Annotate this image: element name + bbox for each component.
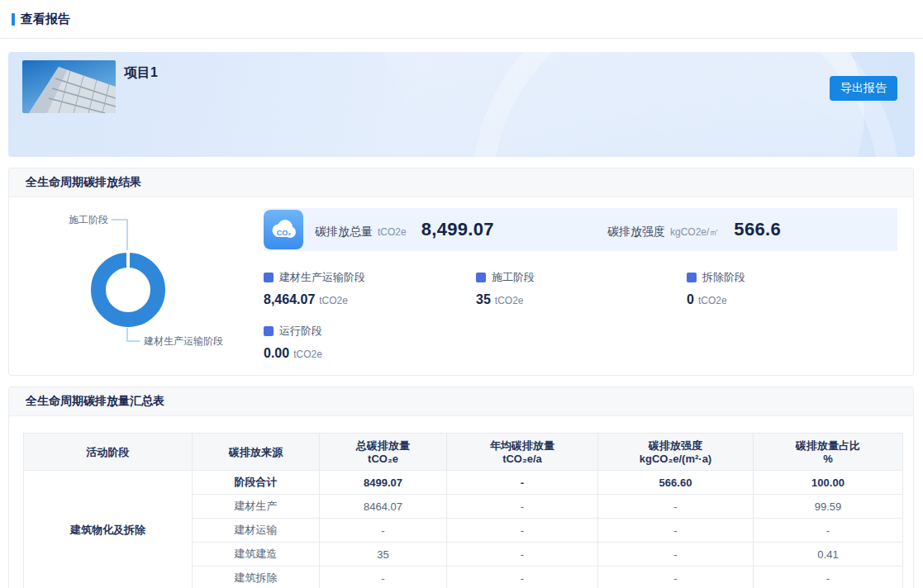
column-header: 碳排放来源 <box>193 434 320 471</box>
column-header: 碳排放强度kgCO₂e/(m²·a) <box>598 434 754 471</box>
source-cell: 建筑拆除 <box>193 567 320 588</box>
project-name: 项目1 <box>124 64 158 82</box>
stat-label: 碳排放总量 <box>315 225 373 239</box>
intensity-cell: - <box>598 519 754 543</box>
column-header: 活动阶段 <box>24 434 193 471</box>
legend-label: 建材生产运输阶段 <box>279 270 365 285</box>
ratio-cell: 99.59 <box>754 495 903 519</box>
intensity-cell: - <box>598 495 754 519</box>
legend-marker-icon <box>476 273 486 282</box>
legend-label: 运行阶段 <box>279 324 322 339</box>
ratio-cell: - <box>754 519 903 543</box>
callout-label-materials: 建材生产运输阶段 <box>143 335 223 347</box>
stat-value: 566.6 <box>734 219 781 240</box>
svg-text:CO₂: CO₂ <box>277 229 292 237</box>
summary-table-card: 全生命周期碳排放量汇总表 活动阶段碳排放来源总碳排放量tCO₂e年均碳排放量tC… <box>8 386 914 588</box>
legend-value: 0 <box>687 292 694 306</box>
source-cell: 建筑建造 <box>193 543 320 567</box>
summary-table-body: 建筑物化及拆除阶段合计8499.07-566.60100.00建材生产8464.… <box>24 471 903 588</box>
legend-marker-icon <box>264 326 274 336</box>
intensity-cell: - <box>598 567 754 588</box>
project-card: 项目1 导出报告 建设地点: 总建筑面积:300㎡ 使用年限:50年 <box>8 52 915 157</box>
callout-label-construction: 施工阶段 <box>69 214 108 225</box>
co2-cloud-icon: CO₂ <box>264 210 303 249</box>
table-row: 建筑物化及拆除阶段合计8499.07-566.60100.00 <box>24 471 903 495</box>
annual-cell: - <box>447 567 598 588</box>
ratio-cell: 0.41 <box>754 543 903 567</box>
annual-cell: - <box>447 543 598 567</box>
section-title: 全生命周期碳排放量汇总表 <box>9 387 913 416</box>
legend-item: 拆除阶段0tCO2e <box>687 270 902 307</box>
project-thumbnail <box>22 60 116 113</box>
source-cell: 建材运输 <box>193 519 320 543</box>
page-title: 查看报告 <box>21 12 70 27</box>
lifecycle-result-card: 全生命周期碳排放结果 施工阶段 建材生产运输阶段 <box>8 168 914 376</box>
column-header: 总碳排放量tCO₂e <box>320 434 447 471</box>
ratio-cell: 100.00 <box>754 471 903 495</box>
legend-item: 运行阶段0.00tCO2e <box>264 324 476 361</box>
intensity-cell: - <box>598 543 754 567</box>
annual-cell: - <box>447 519 598 543</box>
total-cell: - <box>320 519 447 543</box>
callout-line <box>127 328 140 341</box>
total-emission-stat: 碳排放总量 tCO2e 8,499.07 <box>315 219 494 240</box>
column-header: 年均碳排放量tCO₂e/a <box>447 434 598 471</box>
legend-item: 建材生产运输阶段8,464.07tCO2e <box>264 270 476 307</box>
legend-label: 施工阶段 <box>492 270 535 285</box>
legend-item: 施工阶段35tCO2e <box>476 270 687 307</box>
summary-table: 活动阶段碳排放来源总碳排放量tCO₂e年均碳排放量tCO₂e/a碳排放强度kgC… <box>23 433 903 588</box>
legend-marker-icon <box>264 273 274 282</box>
legend-marker-icon <box>687 273 697 282</box>
legend-unit: tCO2e <box>293 349 322 360</box>
legend-value: 35 <box>476 292 491 306</box>
total-cell: 8499.07 <box>320 471 447 495</box>
page-header: 查看报告 <box>0 0 923 39</box>
stat-label: 碳排放强度 <box>607 225 665 239</box>
legend-label: 拆除阶段 <box>702 270 745 285</box>
section-title: 全生命周期碳排放结果 <box>9 168 913 197</box>
source-cell: 阶段合计 <box>193 471 320 495</box>
annual-cell: - <box>447 495 598 519</box>
activity-stage-cell: 建筑物化及拆除 <box>24 471 193 588</box>
intensity-cell: 566.60 <box>598 471 754 495</box>
source-cell: 建材生产 <box>193 495 320 519</box>
legend-value: 8,464.07 <box>264 292 315 306</box>
donut-chart: 施工阶段 建材生产运输阶段 <box>9 197 257 376</box>
ratio-cell: - <box>754 567 903 588</box>
export-report-button[interactable]: 导出报告 <box>830 76 897 101</box>
total-cell: 8464.07 <box>320 495 447 519</box>
legend-unit: tCO2e <box>698 295 727 306</box>
callout-line <box>112 220 127 250</box>
legend-value: 0.00 <box>264 346 289 360</box>
legend-grid: 建材生产运输阶段8,464.07tCO2e施工阶段35tCO2e拆除阶段0tCO… <box>264 270 902 361</box>
accent-bar-icon <box>12 13 15 26</box>
legend-unit: tCO2e <box>319 295 348 306</box>
summary-table-header-row: 活动阶段碳排放来源总碳排放量tCO₂e年均碳排放量tCO₂e/a碳排放强度kgC… <box>24 434 903 471</box>
totals-strip: CO₂ 碳排放总量 tCO2e 8,499.07 碳排放强度 kgCO2e/㎡ … <box>264 208 897 251</box>
stat-value: 8,499.07 <box>421 219 494 240</box>
total-cell: - <box>320 567 447 588</box>
stat-unit: kgCO2e/㎡ <box>670 225 719 239</box>
legend-unit: tCO2e <box>495 295 524 306</box>
stat-unit: tCO2e <box>378 226 407 238</box>
emission-intensity-stat: 碳排放强度 kgCO2e/㎡ 566.6 <box>607 219 781 240</box>
column-header: 碳排放量占比% <box>754 434 903 471</box>
annual-cell: - <box>447 471 598 495</box>
total-cell: 35 <box>320 543 447 567</box>
